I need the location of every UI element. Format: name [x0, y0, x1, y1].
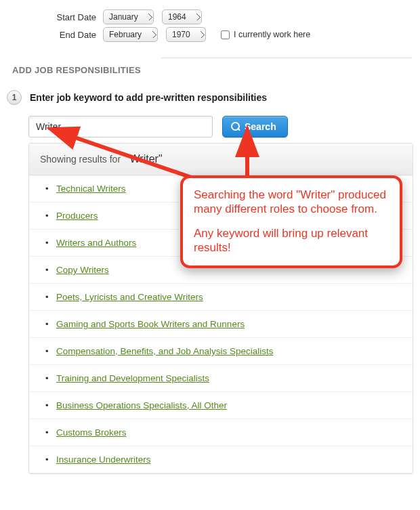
result-item: Insurance Underwriters [29, 446, 413, 473]
result-link[interactable]: Customs Brokers [56, 427, 127, 438]
search-button[interactable]: Search [222, 116, 288, 137]
currently-work-label: I currently work here [234, 30, 310, 39]
end-date-row: End Date February 1970 I currently work … [47, 27, 420, 42]
result-link[interactable]: Training and Development Specialists [56, 373, 209, 383]
start-date-label: Start Date [47, 12, 96, 22]
annotation-text-2: Any keyword will bring up relevant resul… [194, 226, 389, 255]
result-item: Customs Brokers [29, 419, 413, 446]
step-number-badge: 1 [7, 90, 22, 105]
end-year-select[interactable]: 1970 [166, 27, 206, 42]
search-icon [231, 122, 240, 131]
currently-work-checkbox[interactable] [221, 30, 230, 39]
result-item: Training and Development Specialists [29, 365, 413, 392]
result-link[interactable]: Business Operations Specialists, All Oth… [56, 400, 227, 410]
result-item: Gaming and Sports Book Writers and Runne… [29, 311, 413, 338]
svg-line-0 [69, 135, 203, 182]
result-link[interactable]: Copy Writers [56, 265, 109, 275]
end-date-label: End Date [47, 30, 96, 40]
result-link[interactable]: Insurance Underwriters [56, 454, 151, 465]
result-item: Business Operations Specialists, All Oth… [29, 392, 413, 419]
result-link[interactable]: Producers [56, 211, 98, 221]
result-item: Poets, Lyricists and Creative Writers [29, 284, 413, 311]
search-button-label: Search [245, 121, 276, 132]
result-link[interactable]: Poets, Lyricists and Creative Writers [56, 292, 203, 302]
step-instruction: Enter job keyword to add pre-written res… [30, 92, 267, 103]
start-date-row: Start Date January 1964 [47, 9, 420, 24]
annotation-text-1: Searching the word "Writer" produced man… [194, 188, 389, 217]
start-year-select[interactable]: 1964 [162, 9, 202, 24]
annotation-callout: Searching the word "Writer" produced man… [180, 175, 402, 268]
section-title: ADD JOB RESPONSIBILITIES [12, 65, 420, 75]
start-month-select[interactable]: January [103, 9, 154, 24]
result-link[interactable]: Gaming and Sports Book Writers and Runne… [56, 319, 245, 329]
result-link[interactable]: Writers and Authors [56, 238, 136, 248]
result-link[interactable]: Compensation, Benefits, and Job Analysis… [56, 346, 273, 356]
end-month-select[interactable]: February [103, 27, 158, 42]
result-item: Compensation, Benefits, and Job Analysis… [29, 338, 413, 365]
step-row: 1 Enter job keyword to add pre-written r… [7, 90, 420, 105]
